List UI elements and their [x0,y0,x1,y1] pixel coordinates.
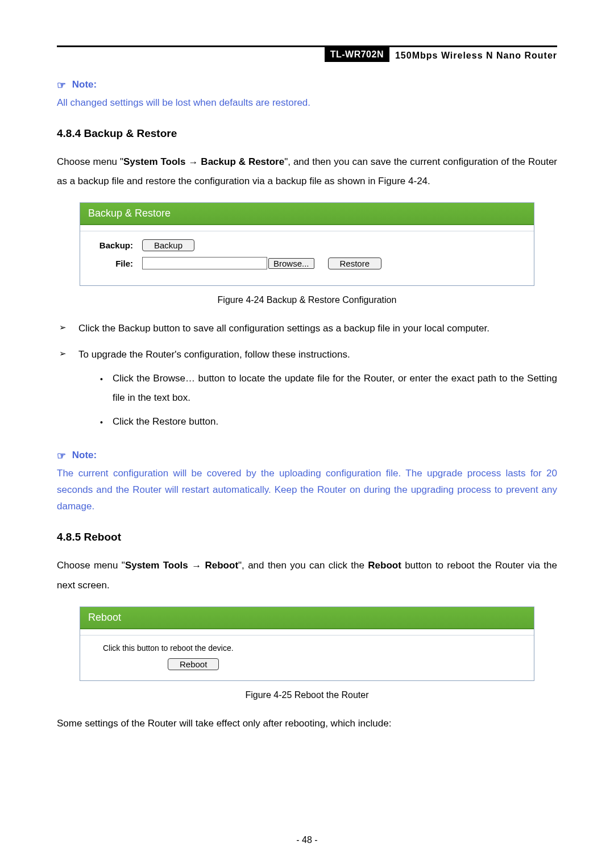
figure-caption-4-24: Figure 4-24 Backup & Restore Configurati… [57,295,557,305]
hand-icon: ☞ [57,450,66,462]
triangle-bullet-icon: ➢ [57,345,78,436]
note-body-1: All changed settings will be lost when d… [57,95,557,111]
dot-bullet-icon: • [100,412,113,431]
note-label-text: Note: [72,450,97,461]
note-body-2: The current configuration will be covere… [57,466,557,515]
page-number: - 48 - [0,835,614,845]
reboot-instruction: Click this button to reboot the device. [88,643,526,653]
model-badge: TL-WR702N [325,47,389,62]
section-heading-reboot: 4.8.5 Reboot [57,531,557,543]
trailing-paragraph: Some settings of the Router will take ef… [57,714,557,733]
label-backup: Backup: [88,240,142,250]
restore-button[interactable]: Restore [328,258,382,269]
note-label-1: ☞ Note: [57,79,557,92]
dot-bullet-icon: • [100,369,113,408]
hand-icon: ☞ [57,79,66,92]
file-path-input[interactable] [142,257,267,269]
list-item: ➢ To upgrade the Router's configuration,… [57,345,557,436]
model-desc: 150Mbps Wireless N Nano Router [389,51,557,61]
bullet-list: ➢ Click the Backup button to save all co… [57,319,557,436]
panel-title-backup-restore: Backup & Restore [80,203,534,225]
backup-button[interactable]: Backup [142,239,194,251]
panel-title-reboot: Reboot [80,607,534,629]
figure-caption-4-25: Figure 4-25 Reboot the Router [57,690,557,700]
list-item: • Click the Browse… button to locate the… [100,369,557,408]
page-header: TL-WR702N 150Mbps Wireless N Nano Router [57,45,557,62]
label-file: File: [88,259,142,268]
section1-paragraph: Choose menu "System Tools → Backup & Res… [57,152,557,192]
browse-button[interactable]: Browse... [268,258,314,269]
note-label-text: Note: [72,79,97,90]
list-item: ➢ Click the Backup button to save all co… [57,319,557,338]
triangle-bullet-icon: ➢ [57,319,78,338]
backup-restore-panel: Backup & Restore Backup: Backup File: Br… [80,202,534,286]
reboot-panel: Reboot Click this button to reboot the d… [80,607,534,681]
note-label-2: ☞ Note: [57,450,557,462]
section-heading-backup-restore: 4.8.4 Backup & Restore [57,127,557,140]
list-item: • Click the Restore button. [100,412,557,431]
section2-paragraph: Choose menu "System Tools → Reboot", and… [57,556,557,595]
reboot-button[interactable]: Reboot [168,658,219,670]
